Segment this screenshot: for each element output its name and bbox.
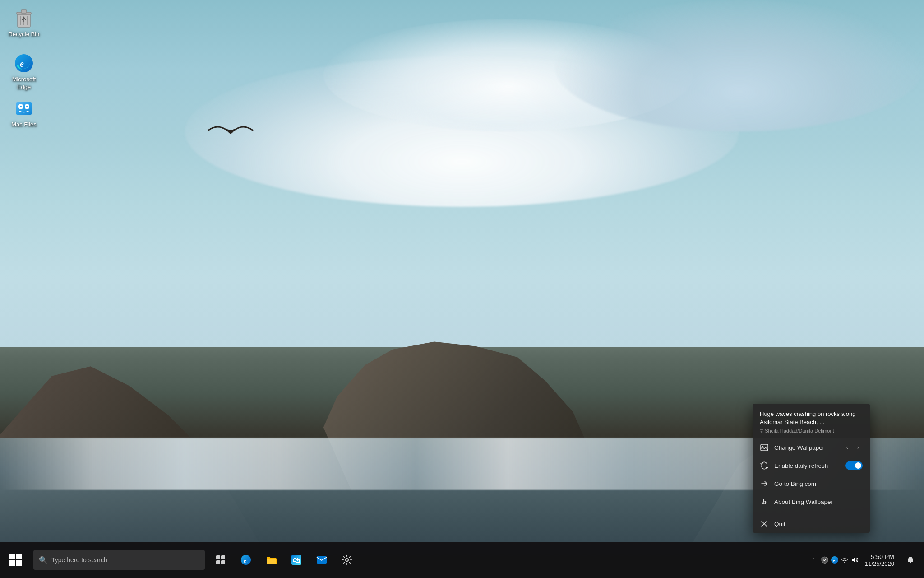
taskbar-settings-button[interactable] [335, 544, 359, 576]
tray-edge-icon[interactable]: e [831, 556, 839, 564]
menu-item-quit[interactable]: Quit [753, 515, 870, 533]
taskbar-store-button[interactable]: 🛍 [284, 544, 309, 576]
menu-item-about-bing[interactable]: b About Bing Wallpaper [753, 493, 870, 511]
go-to-bing-label: Go to Bing.com [774, 480, 863, 487]
start-button[interactable] [0, 542, 32, 578]
close-icon [760, 519, 769, 528]
daily-refresh-label: Enable daily refresh [774, 462, 845, 469]
svg-rect-15 [9, 554, 15, 559]
chevron-up-icon: ⌃ [811, 557, 815, 563]
prev-wallpaper-btn[interactable]: ‹ [843, 443, 852, 452]
svg-point-12 [26, 106, 28, 107]
svg-rect-8 [16, 102, 32, 115]
menu-info-section: Huge waves crashing on rocks along Asilo… [753, 404, 870, 438]
desktop-icon-mac-files[interactable]: Mac Files [4, 95, 44, 131]
svg-rect-22 [221, 560, 225, 564]
edge-icon-img: e [13, 52, 35, 74]
arrow-right-icon [760, 479, 769, 488]
tray-volume-icon[interactable] [850, 556, 859, 564]
svg-rect-17 [9, 560, 15, 566]
tray-overflow-button[interactable]: ⌃ [808, 557, 819, 563]
mac-files-label: Mac Files [11, 121, 37, 129]
change-wallpaper-label: Change Wallpaper [774, 444, 843, 451]
svg-rect-18 [16, 560, 22, 566]
edge-label: Microsoft Edge [6, 76, 42, 91]
refresh-icon [760, 461, 769, 470]
cloud-3 [554, 0, 924, 131]
menu-item-daily-refresh[interactable]: Enable daily refresh [753, 457, 870, 475]
search-input[interactable] [51, 556, 199, 564]
svg-rect-20 [221, 555, 225, 559]
wallpaper-nav-arrows: ‹ › [843, 443, 863, 452]
bing-context-menu: Huge waves crashing on rocks along Asilo… [753, 404, 870, 533]
next-wallpaper-btn[interactable]: › [854, 443, 863, 452]
menu-item-change-wallpaper[interactable]: Change Wallpaper ‹ › [753, 438, 870, 457]
recycle-bin-label: Recycle Bin [9, 31, 40, 38]
about-bing-label: About Bing Wallpaper [774, 499, 863, 505]
taskbar-edge-button[interactable]: e [234, 544, 258, 576]
recycle-bin-icon-img [13, 7, 35, 29]
taskbar-search[interactable]: 🔍 [33, 550, 205, 570]
menu-info-title: Huge waves crashing on rocks along Asilo… [760, 410, 863, 426]
svg-text:e: e [244, 557, 246, 564]
taskbar-items: e 🛍 [207, 542, 804, 578]
taskbar-clock[interactable]: 5:50 PM 11/25/2020 [860, 551, 899, 569]
desktop-icon-recycle-bin[interactable]: Recycle Bin [4, 5, 44, 41]
svg-rect-2 [21, 10, 27, 13]
menu-divider [753, 513, 870, 513]
menu-info-credit: © Sheila Haddad/Danita Delimont [760, 428, 863, 434]
desktop-icon-edge[interactable]: e Microsoft Edge [4, 50, 44, 94]
clock-date: 11/25/2020 [865, 560, 894, 567]
menu-item-go-to-bing[interactable]: Go to Bing.com [753, 475, 870, 493]
svg-rect-16 [16, 554, 22, 559]
svg-text:🛍: 🛍 [293, 556, 300, 564]
tray-security-icon[interactable] [821, 556, 829, 564]
notification-center-button[interactable] [901, 544, 920, 576]
clock-time: 5:50 PM [871, 553, 894, 560]
taskbar-file-explorer-button[interactable] [259, 544, 283, 576]
svg-rect-19 [216, 555, 220, 559]
task-view-button[interactable] [208, 544, 233, 576]
svg-point-28 [346, 559, 348, 561]
svg-point-11 [20, 106, 22, 107]
windows-logo-icon [9, 554, 22, 566]
bird-silhouette [203, 121, 258, 140]
tray-network-icon[interactable] [841, 556, 849, 564]
system-tray: ⌃ e [804, 542, 924, 578]
taskbar: 🔍 e [0, 542, 924, 578]
mac-files-icon-img [13, 98, 35, 119]
quit-label: Quit [774, 521, 863, 527]
svg-text:e: e [20, 59, 24, 69]
taskbar-mail-button[interactable] [310, 544, 334, 576]
svg-text:e: e [833, 558, 835, 563]
svg-rect-21 [216, 560, 220, 564]
svg-rect-27 [317, 556, 327, 564]
search-icon: 🔍 [39, 556, 48, 564]
bing-logo-icon: b [760, 497, 769, 506]
daily-refresh-toggle[interactable] [845, 461, 863, 470]
desktop: Recycle Bin e [0, 0, 924, 578]
image-icon [760, 443, 769, 452]
svg-point-6 [15, 54, 33, 72]
